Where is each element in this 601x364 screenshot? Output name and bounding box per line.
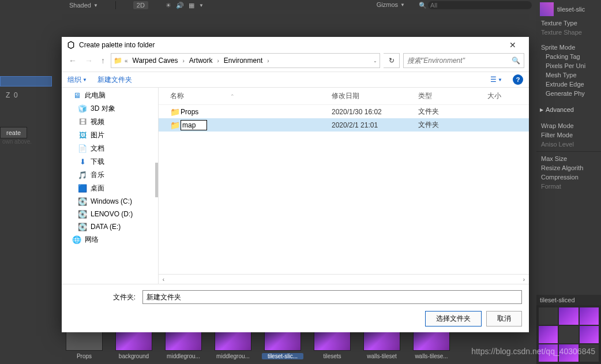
- organize-menu[interactable]: 组织 ▼: [67, 75, 87, 85]
- history-dropdown[interactable]: ⌄: [373, 58, 377, 63]
- inspector-field: Mesh Type: [536, 70, 601, 80]
- pic-icon: 🖼: [78, 131, 87, 140]
- search-icon: 🔍: [512, 57, 520, 65]
- inspector-field: Max Size: [536, 154, 601, 163]
- create-button[interactable]: reate: [0, 127, 27, 138]
- tree-node-3d[interactable]: 🧊3D 对象: [62, 102, 158, 115]
- light-icon[interactable]: ☀: [166, 2, 171, 9]
- forward-button[interactable]: →: [82, 55, 95, 66]
- audio-icon[interactable]: 🔊: [176, 2, 184, 9]
- pc-icon: 🖥: [72, 91, 81, 100]
- tree-node-vid[interactable]: 🎞视频: [62, 115, 158, 129]
- column-headers[interactable]: 名称⌃ 修改日期 类型 大小: [159, 88, 529, 105]
- folder-name-input[interactable]: [142, 290, 522, 304]
- new-folder-button[interactable]: 新建文件夹: [97, 75, 132, 85]
- rename-input[interactable]: [181, 120, 207, 130]
- tree-node-music[interactable]: 🎵音乐: [62, 168, 158, 182]
- gizmos-dropdown[interactable]: Gizmos ▼: [377, 1, 405, 8]
- tree-node-desk[interactable]: 🟦桌面: [62, 182, 158, 195]
- inspector-field: Resize Algorith: [536, 163, 601, 172]
- scene-search[interactable]: 🔍: [419, 1, 532, 9]
- select-folder-button[interactable]: 选择文件夹: [425, 311, 482, 327]
- tree-node-drv[interactable]: 💽DATA (E:): [62, 220, 158, 233]
- breadcrumb[interactable]: 📁 « Warped Caves› Artwork› Environment› …: [111, 53, 380, 68]
- file-row[interactable]: 📁Props2020/1/30 16:02文件夹: [159, 105, 529, 118]
- asset-thumb-icon: [540, 2, 554, 16]
- up-button[interactable]: ↑: [99, 55, 107, 66]
- cancel-button[interactable]: 取消: [486, 311, 522, 327]
- tree-node-drv[interactable]: 💽LENOVO (D:): [62, 208, 158, 220]
- drv-icon: 💽: [78, 197, 87, 206]
- hint-text: own above.: [0, 137, 34, 146]
- folder-label: 文件夹:: [69, 292, 138, 302]
- music-icon: 🎵: [78, 171, 87, 180]
- vid-icon: 🎞: [78, 118, 87, 127]
- watermark: https://blog.csdn.net/qq_40306845: [471, 347, 595, 356]
- file-row[interactable]: 📁2020/2/1 21:01文件夹: [159, 118, 529, 132]
- close-button[interactable]: ✕: [501, 40, 524, 50]
- tree-node-pc[interactable]: 🖥此电脑: [62, 89, 158, 102]
- inspector-field: Generate Phy: [536, 89, 601, 98]
- help-button[interactable]: ?: [513, 74, 523, 85]
- inspector-field: Texture Shape: [536, 28, 601, 37]
- folder-icon: 📁: [170, 121, 181, 130]
- search-box[interactable]: 🔍: [403, 53, 524, 68]
- fx-icon[interactable]: ▦: [189, 2, 194, 9]
- asset-name: tileset-slic: [557, 6, 585, 13]
- nav-tree[interactable]: 🖥此电脑🧊3D 对象🎞视频🖼图片📄文档⬇下载🎵音乐🟦桌面💽Windows (C:…: [62, 88, 159, 284]
- inspector-field: Filter Mode: [536, 130, 601, 140]
- 2d-toggle[interactable]: 2D: [133, 1, 148, 9]
- view-menu[interactable]: ☰ ▼: [490, 76, 502, 84]
- inspector-field: Packing Tag: [536, 52, 601, 61]
- inspector-field: Wrap Mode: [536, 121, 601, 130]
- unity-icon: [66, 40, 76, 50]
- tree-node-doc[interactable]: 📄文档: [62, 142, 158, 155]
- inspector-section[interactable]: ▶ Advanced: [536, 104, 601, 115]
- tree-node-dl[interactable]: ⬇下载: [62, 155, 158, 168]
- drv-icon: 💽: [78, 209, 87, 219]
- inspector-panel: tileset-slic Texture TypeTexture ShapeSp…: [536, 0, 601, 364]
- tree-node-pic[interactable]: 🖼图片: [62, 129, 158, 142]
- h-scrollbar[interactable]: ‹›: [159, 274, 529, 284]
- tree-node-net[interactable]: 🌐网络: [62, 233, 158, 246]
- file-list[interactable]: 📁Props2020/1/30 16:02文件夹📁2020/2/1 21:01文…: [159, 105, 529, 274]
- drv-icon: 💽: [78, 222, 87, 231]
- selected-field[interactable]: [0, 76, 52, 87]
- desk-icon: 🟦: [78, 184, 87, 193]
- inspector-field: Extrude Edge: [536, 80, 601, 89]
- dl-icon: ⬇: [78, 157, 87, 167]
- inspector-field: Format: [536, 182, 601, 191]
- tree-node-drv[interactable]: 💽Windows (C:): [62, 195, 158, 208]
- refresh-button[interactable]: ↻: [384, 53, 400, 68]
- inspector-field: Aniso Level: [536, 140, 601, 149]
- transform-panel: Z 0: [0, 12, 52, 127]
- folder-icon: 📁: [170, 107, 181, 117]
- 3d-icon: 🧊: [78, 104, 87, 114]
- asset-header: tileset-slic: [536, 0, 601, 18]
- doc-icon: 📄: [78, 144, 87, 153]
- inspector-field: Texture Type: [536, 18, 601, 28]
- net-icon: 🌐: [72, 235, 81, 245]
- inspector-field: Compression: [536, 172, 601, 182]
- preview-title: tileset-sliced: [536, 295, 601, 305]
- back-button[interactable]: ←: [66, 55, 79, 66]
- dialog-title: Create palette into folder: [79, 41, 501, 49]
- folder-dialog: Create palette into folder ✕ ← → ↑ 📁 « W…: [62, 37, 529, 332]
- shading-dropdown[interactable]: Shaded ▼: [69, 2, 98, 9]
- z-field: Z 0: [0, 88, 52, 103]
- inspector-field: Sprite Mode: [536, 43, 601, 52]
- inspector-field: Pixels Per Uni: [536, 61, 601, 70]
